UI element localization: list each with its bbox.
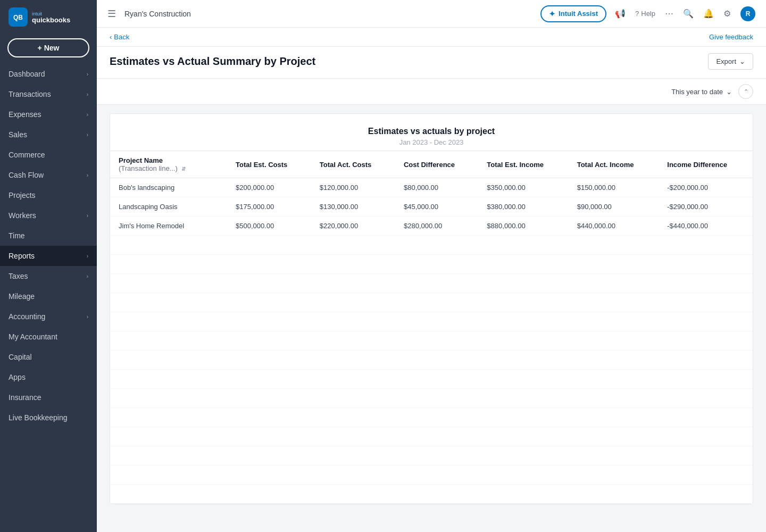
- cell-total-act-income: $90,000.00: [569, 197, 659, 217]
- sidebar-item-expenses[interactable]: Expenses›: [0, 104, 97, 124]
- sidebar-chevron-icon: ›: [87, 213, 88, 219]
- table-row[interactable]: Bob's landscaping $200,000.00 $120,000.0…: [110, 178, 753, 197]
- give-feedback-link[interactable]: Give feedback: [709, 33, 753, 41]
- sidebar-item-insurance[interactable]: Insurance: [0, 387, 97, 408]
- sidebar-logo: QB intuit quickbooks: [0, 0, 97, 34]
- cell-total-act-costs: $130,000.00: [311, 197, 395, 217]
- settings-icon[interactable]: ⚙: [723, 9, 731, 19]
- sidebar-item-label: Workers: [9, 211, 87, 220]
- sidebar: QB intuit quickbooks + New Dashboard›Tra…: [0, 0, 97, 532]
- sidebar-chevron-icon: ›: [87, 253, 88, 259]
- megaphone-icon[interactable]: 📢: [615, 9, 626, 19]
- assist-sparkle-icon: ✦: [549, 10, 555, 18]
- sidebar-item-label: Commerce: [9, 151, 88, 159]
- topbar: ☰ Ryan's Construction ✦ Intuit Assist 📢 …: [97, 0, 766, 28]
- sidebar-chevron-icon: ›: [87, 92, 88, 97]
- empty-table-row: [110, 331, 753, 351]
- help-icon[interactable]: ? Help: [635, 10, 655, 18]
- date-filter-chevron-icon: ⌄: [726, 88, 732, 96]
- sidebar-item-accounting[interactable]: Accounting›: [0, 306, 97, 327]
- export-label: Export: [716, 57, 736, 65]
- col-total-act-income: Total Act. Income: [569, 151, 659, 178]
- empty-table-row: [110, 274, 753, 293]
- cell-total-act-income: $440,000.00: [569, 217, 659, 236]
- sidebar-chevron-icon: ›: [87, 172, 88, 178]
- sidebar-item-label: Live Bookkeeping: [9, 413, 88, 422]
- sidebar-item-mileage[interactable]: Mileage: [0, 286, 97, 306]
- sidebar-item-taxes[interactable]: Taxes›: [0, 266, 97, 286]
- sidebar-item-time[interactable]: Time: [0, 226, 97, 246]
- main-content: ☰ Ryan's Construction ✦ Intuit Assist 📢 …: [97, 0, 766, 532]
- sidebar-item-apps[interactable]: Apps: [0, 367, 97, 387]
- export-button[interactable]: Export ⌄: [708, 53, 753, 70]
- sidebar-item-sales[interactable]: Sales›: [0, 124, 97, 145]
- sidebar-item-label: Projects: [9, 191, 88, 200]
- cell-total-act-costs: $120,000.00: [311, 178, 395, 197]
- cell-income-difference: -$200,000.00: [659, 178, 753, 197]
- report-header-bar: ‹ Back Give feedback: [97, 28, 766, 47]
- date-filter-label: This year to date: [671, 88, 723, 96]
- report-table-container: Estimates vs actuals by project Jan 2023…: [110, 113, 753, 504]
- apps-grid-icon[interactable]: ⋯: [665, 9, 673, 19]
- sidebar-item-projects[interactable]: Projects: [0, 185, 97, 205]
- table-row[interactable]: Jim's Home Remodel $500,000.00 $220,000.…: [110, 217, 753, 236]
- sidebar-chevron-icon: ›: [87, 132, 88, 138]
- sidebar-chevron-icon: ›: [87, 314, 88, 320]
- report-table-subtitle: Jan 2023 - Dec 2023: [119, 138, 744, 146]
- brand-text: intuit quickbooks: [32, 11, 70, 23]
- sidebar-item-live-bookkeeping[interactable]: Live Bookkeeping: [0, 408, 97, 428]
- sidebar-item-label: Expenses: [9, 110, 87, 119]
- cell-cost-difference: $80,000.00: [395, 178, 478, 197]
- sidebar-chevron-icon: ›: [87, 112, 88, 118]
- sidebar-item-my-accountant[interactable]: My Accountant: [0, 327, 97, 347]
- report-title: Estimates vs Actual Summary by Project: [110, 55, 315, 68]
- sidebar-item-commerce[interactable]: Commerce: [0, 145, 97, 165]
- col-total-est-costs: Total Est. Costs: [227, 151, 311, 178]
- notifications-icon[interactable]: 🔔: [703, 9, 714, 19]
- user-avatar[interactable]: R: [740, 6, 755, 21]
- sidebar-item-transactions[interactable]: Transactions›: [0, 84, 97, 104]
- estimates-actuals-table: Project Name(Transaction line...) ⇵ Tota…: [110, 151, 753, 504]
- sidebar-item-label: Mileage: [9, 292, 88, 301]
- sidebar-item-dashboard[interactable]: Dashboard›: [0, 64, 97, 84]
- table-row[interactable]: Landscaping Oasis $175,000.00 $130,000.0…: [110, 197, 753, 217]
- report-title-row: Estimates vs Actual Summary by Project E…: [97, 47, 766, 79]
- sidebar-item-cash-flow[interactable]: Cash Flow›: [0, 165, 97, 185]
- table-header: Project Name(Transaction line...) ⇵ Tota…: [110, 151, 753, 178]
- empty-table-row: [110, 466, 753, 485]
- col-income-difference: Income Difference: [659, 151, 753, 178]
- date-filter-button[interactable]: This year to date ⌄: [671, 88, 732, 96]
- empty-table-row: [110, 485, 753, 504]
- new-button[interactable]: + New: [7, 38, 89, 57]
- svg-text:QB: QB: [13, 14, 23, 21]
- empty-table-row: [110, 255, 753, 274]
- empty-table-row: [110, 351, 753, 370]
- sidebar-chevron-icon: ›: [87, 71, 88, 77]
- intuit-assist-button[interactable]: ✦ Intuit Assist: [540, 5, 606, 22]
- empty-table-row: [110, 446, 753, 466]
- cell-total-act-costs: $220,000.00: [311, 217, 395, 236]
- filter-collapse-button[interactable]: ⌃: [738, 84, 753, 99]
- sidebar-item-label: Accounting: [9, 312, 87, 321]
- quickbooks-logo-icon: QB: [9, 7, 28, 27]
- table-body: Bob's landscaping $200,000.00 $120,000.0…: [110, 178, 753, 504]
- col-total-est-income: Total Est. Income: [478, 151, 568, 178]
- sidebar-item-workers[interactable]: Workers›: [0, 205, 97, 226]
- sidebar-item-capital[interactable]: Capital: [0, 347, 97, 367]
- cell-total-est-income: $880,000.00: [478, 217, 568, 236]
- sidebar-item-label: My Accountant: [9, 332, 88, 341]
- sidebar-item-label: Transactions: [9, 90, 87, 98]
- search-icon[interactable]: 🔍: [683, 9, 694, 19]
- sidebar-item-label: Cash Flow: [9, 171, 87, 179]
- col-project-name[interactable]: Project Name(Transaction line...) ⇵: [110, 151, 227, 178]
- empty-table-row: [110, 389, 753, 408]
- report-table-title: Estimates vs actuals by project: [119, 127, 744, 136]
- page-content: ‹ Back Give feedback Estimates vs Actual…: [97, 28, 766, 532]
- filter-bar: This year to date ⌄ ⌃: [97, 79, 766, 105]
- sidebar-item-label: Time: [9, 231, 88, 240]
- sidebar-item-reports[interactable]: Reports›: [0, 246, 97, 266]
- topbar-icons: 📢 ? Help ⋯ 🔍 🔔 ⚙ R: [615, 6, 755, 21]
- back-link[interactable]: ‹ Back: [110, 33, 129, 41]
- cell-cost-difference: $280,000.00: [395, 217, 478, 236]
- hamburger-menu-icon[interactable]: ☰: [107, 8, 116, 20]
